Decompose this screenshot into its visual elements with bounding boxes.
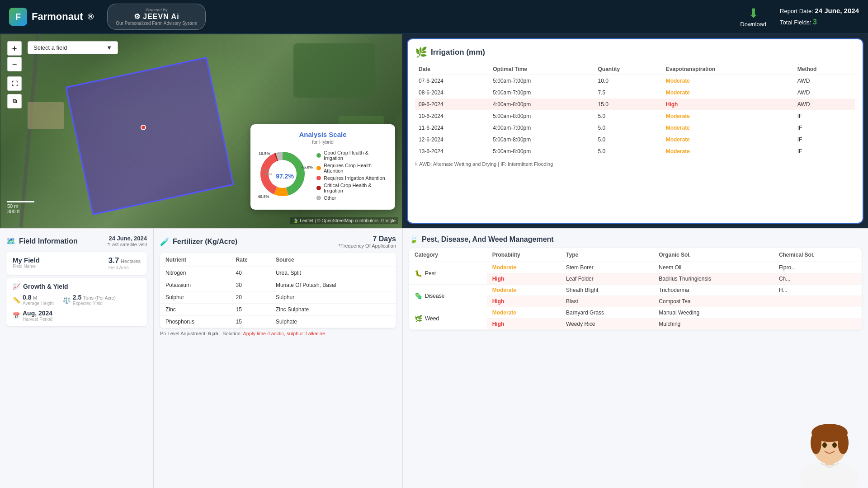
logo-reg: ® bbox=[88, 12, 94, 22]
nutrient-name: Nitrogen bbox=[160, 267, 231, 279]
download-button[interactable]: ⬇ Download bbox=[740, 6, 766, 28]
pest-probability: Moderate bbox=[487, 262, 561, 273]
report-info: Report Date: 24 June, 2024 Total Fields:… bbox=[780, 5, 859, 28]
fertilizer-note: Ph Level Adjustment: 6 ph Solution: Appl… bbox=[160, 331, 396, 336]
pest-organic: Mulching bbox=[653, 319, 774, 330]
nutrient-rate: 15 bbox=[231, 304, 270, 316]
total-fields-label: Total Fields: bbox=[780, 19, 811, 26]
field-info-panel: 🗺️ Field Information 24 June, 2024 *Last… bbox=[0, 228, 154, 488]
jeevn-badge: Powered By ⚙ JEEVN Ai Our Personalized F… bbox=[107, 4, 206, 30]
pct-label-1: 10.5% bbox=[259, 151, 270, 156]
legend-dot-2 bbox=[316, 166, 321, 170]
irrigation-method: AWD bbox=[794, 87, 855, 99]
scale-bar bbox=[7, 201, 34, 202]
irrigation-panel: 🌿 Irrigation (mm) Date Optimal Time Quan… bbox=[407, 38, 863, 224]
field-marker bbox=[141, 125, 146, 130]
pest-probability: High bbox=[487, 319, 561, 330]
zoom-in-button[interactable]: + bbox=[7, 41, 22, 56]
header-right: ⬇ Download Report Date: 24 June, 2024 To… bbox=[740, 5, 859, 28]
area-label: Field Area bbox=[108, 265, 141, 270]
pest-chemical: H... bbox=[774, 285, 862, 296]
field-card: My Field Field Name 3.7 Hectares Field A… bbox=[6, 252, 147, 275]
irrigation-time: 5:00am-8:00pm bbox=[489, 134, 594, 145]
irrigation-row: 10-6-2024 5:00am-8:00pm 5.0 Moderate IF bbox=[415, 110, 855, 122]
irrigation-method: AWD bbox=[794, 99, 855, 110]
svg-rect-6 bbox=[825, 452, 834, 465]
pest-title: 🍃 Pest, Disease, And Weed Management bbox=[409, 235, 862, 244]
nutrient-rate: 15 bbox=[231, 316, 270, 328]
col-optimal-time: Optimal Time bbox=[489, 64, 594, 75]
col-quantity: Quantity bbox=[594, 64, 662, 75]
analysis-scale-title: Analysis Scale bbox=[258, 131, 388, 138]
scale-ft: 300 ft bbox=[7, 209, 34, 214]
pest-probability: Moderate bbox=[487, 285, 561, 296]
pest-probability: High bbox=[487, 273, 561, 285]
pest-title-text: Pest, Disease, And Weed Management bbox=[422, 235, 554, 244]
pest-category: 🌿 Weed bbox=[409, 307, 487, 330]
fullscreen-button[interactable]: ⛶ bbox=[7, 76, 22, 91]
pest-category: 🐛 Pest bbox=[409, 262, 487, 285]
pest-type: Weedy Rice bbox=[561, 319, 653, 330]
powered-by-label: Powered By bbox=[146, 8, 168, 12]
date-badge: 24 June, 2024 *Last satellite visit bbox=[108, 235, 147, 247]
download-label: Download bbox=[740, 21, 766, 28]
height-icon: 📏 bbox=[13, 296, 20, 304]
field-name-col: My Field Field Name bbox=[13, 256, 40, 269]
category-icon: 🐛 bbox=[415, 270, 422, 277]
irrigation-time: 4:00am-8:00pm bbox=[489, 99, 594, 110]
irrigation-time: 5:00am-7:00pm bbox=[489, 75, 594, 87]
pest-chemical: Ch... bbox=[774, 273, 862, 285]
logo-icon: F bbox=[9, 8, 27, 26]
pest-chemical bbox=[774, 319, 862, 330]
pest-row: 🐛 Pest Moderate Stem Borer Neem Oil Fipr… bbox=[409, 262, 862, 273]
buildings bbox=[28, 102, 64, 129]
nutrient-source: Zinc Sulphate bbox=[270, 304, 396, 316]
svg-point-9 bbox=[811, 432, 821, 454]
col-nutrient: Nutrient bbox=[160, 253, 231, 267]
pest-type: Sheath Blight bbox=[561, 285, 653, 296]
yield-unit: Tons bbox=[83, 295, 94, 300]
yield-stat: ⚖️ 2.5 Tons (Per Acre) Expected Yield bbox=[63, 294, 116, 306]
irrigation-qty: 5.0 bbox=[594, 110, 662, 122]
layers-button[interactable]: ⧉ bbox=[7, 94, 22, 108]
nutrient-name: Potassium bbox=[160, 279, 231, 291]
pct-label-2: 45.8% bbox=[301, 165, 313, 169]
total-fields-value: 3 bbox=[813, 18, 817, 26]
nutrient-rate: 30 bbox=[231, 279, 270, 291]
height-values: 0.8 M Average Height bbox=[23, 294, 54, 306]
avatar-container bbox=[787, 389, 868, 488]
pest-panel: 🍃 Pest, Disease, And Weed Management Cat… bbox=[402, 228, 868, 488]
irrigation-table-body: 07-6-2024 5:00am-7:00pm 10.0 Moderate AW… bbox=[415, 75, 855, 158]
irrigation-icon: 🌿 bbox=[415, 47, 427, 58]
pest-type: Barnyard Grass bbox=[561, 307, 653, 319]
solution-label: Solution: bbox=[222, 331, 242, 336]
irrigation-row: 13-6-2024 5:00am-8:00pm 5.0 Moderate IF bbox=[415, 145, 855, 157]
field-info-icon: 🗺️ bbox=[6, 237, 15, 245]
irrigation-row: 09-6-2024 4:00am-8:00pm 15.0 High AWD bbox=[415, 99, 855, 110]
fertilizer-row: Phosphorus 15 Sulphate bbox=[160, 316, 396, 328]
irrigation-method: IF bbox=[794, 110, 855, 122]
pest-organic: Trichoderma bbox=[653, 285, 774, 296]
other-label: 5% Other bbox=[263, 168, 272, 176]
field-select-placeholder: Select a field bbox=[33, 44, 67, 51]
pest-col-type: Type bbox=[561, 248, 653, 262]
legend-label-3: Requires Irrigation Attention bbox=[324, 175, 385, 181]
pest-chemical bbox=[774, 296, 862, 307]
nutrient-source: Sulphate bbox=[270, 316, 396, 328]
info-icon: ℹ bbox=[415, 161, 417, 167]
fertilizer-row: Potassium 30 Muriate Of Potash, Basal bbox=[160, 279, 396, 291]
irrigation-qty: 7.5 bbox=[594, 87, 662, 99]
field-select-dropdown[interactable]: Select a field ▼ bbox=[28, 41, 118, 54]
legend-dot-5 bbox=[316, 196, 321, 200]
harvest-info: Aug, 2024 Harvest Period bbox=[23, 310, 52, 322]
irrigation-date: 11-6-2024 bbox=[415, 122, 489, 134]
analysis-content: 97.2% 10.5% 45.8% 40.8% 5% Other Good Cr… bbox=[258, 149, 388, 203]
height-unit: M bbox=[33, 295, 37, 300]
ph-label: Ph Level Adjustment: bbox=[160, 331, 207, 336]
irrigation-date: 13-6-2024 bbox=[415, 145, 489, 157]
irrigation-qty: 10.0 bbox=[594, 75, 662, 87]
zoom-out-button[interactable]: − bbox=[7, 57, 22, 71]
legend-item-1: Good Crop Health & Irrigation bbox=[316, 150, 388, 161]
legend-dot-3 bbox=[316, 176, 321, 180]
harvest-date: Aug, 2024 bbox=[23, 310, 52, 317]
